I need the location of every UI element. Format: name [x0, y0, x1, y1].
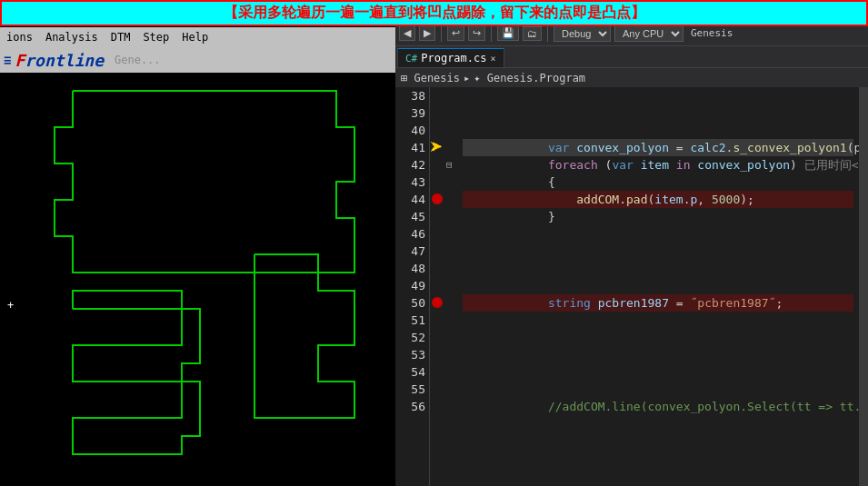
- ln-50: 50: [399, 294, 425, 312]
- genesis-label-toolbar: Genesis: [691, 27, 733, 39]
- toolbar-sep2: [491, 25, 492, 42]
- ln-46: 46: [399, 225, 425, 243]
- toolbar-save-all[interactable]: 🗂: [523, 26, 542, 41]
- ln-47: 47: [399, 243, 425, 260]
- ln-40: 40: [399, 122, 425, 139]
- ln-42: 42: [399, 156, 425, 174]
- toolbar-sep3: [547, 25, 548, 42]
- ide-tabs: C# Program.cs ×: [395, 45, 868, 67]
- debug-dropdown[interactable]: Debug: [554, 25, 611, 42]
- code-line-47: [463, 243, 853, 260]
- toolbar-back[interactable]: ◀: [399, 25, 415, 41]
- ln-38: 38: [399, 87, 425, 104]
- cad-canvas: +: [0, 73, 395, 486]
- svg-text:+: +: [7, 299, 14, 312]
- annotation-banner: 【采用多轮遍历一遍一遍直到将凹点踢除，留下来的点即是凸点】: [0, 0, 868, 26]
- line-numbers: 38 39 40 41 42 43 44 45 46 47 48 49 50 5…: [395, 87, 430, 486]
- ln-41: 41: [399, 139, 425, 156]
- code-line-46: [463, 225, 853, 243]
- ln-56: 56: [399, 398, 425, 415]
- code-line-51: [463, 312, 853, 329]
- code-line-42: foreach (var item in convex_polyon) 已用时间…: [463, 156, 853, 174]
- toolbar-save[interactable]: 💾: [497, 25, 519, 41]
- toolbar-undo[interactable]: ↩: [447, 25, 464, 41]
- collapse-42: ⊟: [446, 156, 453, 174]
- frontline-gene: Gene...: [115, 54, 161, 66]
- ln-53: 53: [399, 346, 425, 363]
- file-tab-program[interactable]: C# Program.cs ×: [397, 48, 504, 67]
- cad-svg: +: [0, 73, 395, 486]
- toolbar-forward[interactable]: ▶: [419, 25, 435, 41]
- ln-48: 48: [399, 260, 425, 277]
- ln-45: 45: [399, 208, 425, 225]
- code-line-45: }: [463, 208, 853, 225]
- breakpoint-44: [432, 193, 443, 204]
- code-line-39: [463, 104, 853, 122]
- code-line-40: [463, 122, 853, 139]
- cad-menu-dtm[interactable]: DTM: [108, 30, 134, 45]
- cad-menu-step[interactable]: Step: [140, 30, 172, 45]
- ln-44: 44: [399, 191, 425, 208]
- ln-55: 55: [399, 381, 425, 398]
- code-line-38: [463, 87, 853, 104]
- collapse-col: ⊟: [446, 87, 457, 486]
- code-line-52: [463, 329, 853, 346]
- toolbar-sep1: [441, 25, 442, 42]
- breakpoint-50: [432, 297, 443, 308]
- code-content[interactable]: var convex_polyon = calc2.s_convex_polyo…: [457, 87, 859, 486]
- code-line-44: addCOM.pad(item.p, 5000);: [463, 191, 853, 208]
- cad-menu-ions[interactable]: ions: [4, 30, 35, 45]
- ide-code: 38 39 40 41 42 43 44 45 46 47 48 49 50 5…: [395, 87, 868, 486]
- ln-49: 49: [399, 277, 425, 294]
- code-line-55: [463, 381, 853, 398]
- cad-menubar: ions Analysis DTM Step Help: [0, 27, 395, 47]
- code-line-54: [463, 363, 853, 381]
- tab-close-button[interactable]: ×: [491, 54, 496, 64]
- ln-51: 51: [399, 312, 425, 329]
- code-line-53: [463, 346, 853, 363]
- code-line-48: [463, 260, 853, 277]
- code-line-49: [463, 277, 853, 294]
- code-line-43: {: [463, 174, 853, 191]
- cad-area: ions Analysis DTM Step Help ≡ Frontline …: [0, 0, 395, 486]
- code-line-56: //addCOM.line(convex_polyon.Select(tt =>…: [463, 398, 853, 415]
- ide-breadcrumb: ⊞ Genesis ▸ ✦ Genesis.Program: [395, 67, 868, 87]
- next-line-arrow: ⮞: [430, 139, 443, 156]
- ide-scrollbar[interactable]: [859, 87, 868, 486]
- code-line-50: string pcbren1987 = ˝pcbren1987˝;: [463, 294, 853, 312]
- cad-menu-analysis[interactable]: Analysis: [43, 30, 101, 45]
- ln-43: 43: [399, 174, 425, 191]
- cad-menu-help[interactable]: Help: [179, 30, 211, 45]
- tab-filename: Program.cs: [421, 52, 486, 64]
- breadcrumb-left: ⊞ Genesis: [401, 72, 460, 84]
- breadcrumb-separator: ▸: [464, 72, 470, 84]
- ln-52: 52: [399, 329, 425, 346]
- breadcrumb-right: ✦ Genesis.Program: [474, 72, 585, 84]
- frontline-bar: ≡ Frontline Gene...: [0, 47, 395, 73]
- line-indicators: ⮞: [430, 87, 446, 486]
- code-line-41: var convex_polyon = calc2.s_convex_polyo…: [463, 139, 853, 156]
- toolbar-redo[interactable]: ↪: [468, 25, 485, 41]
- ln-54: 54: [399, 363, 425, 381]
- ide-area: 文件(F) 编辑(E) 视图(V) 项目(P) 生成(B) 调试(D) 团队(M…: [395, 0, 868, 486]
- frontline-logo: Frontline: [15, 51, 104, 70]
- ln-39: 39: [399, 104, 425, 122]
- cpu-dropdown[interactable]: Any CPU: [614, 25, 683, 42]
